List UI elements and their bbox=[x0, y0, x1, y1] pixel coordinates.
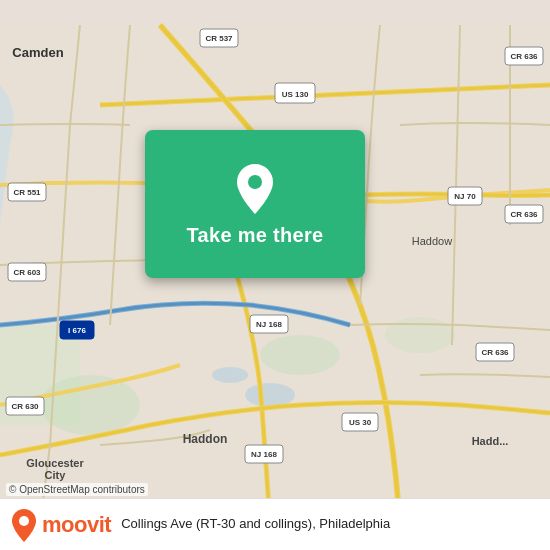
svg-point-43 bbox=[248, 175, 262, 189]
svg-point-5 bbox=[245, 383, 295, 407]
svg-point-44 bbox=[19, 516, 29, 526]
svg-text:US 30: US 30 bbox=[349, 418, 372, 427]
location-description: Collings Ave (RT-30 and collings), Phila… bbox=[121, 516, 390, 533]
svg-point-2 bbox=[40, 375, 140, 435]
svg-point-3 bbox=[260, 335, 340, 375]
location-pin-icon bbox=[231, 162, 279, 216]
moovit-logo: moovit bbox=[10, 508, 111, 542]
svg-text:CR 537: CR 537 bbox=[205, 34, 233, 43]
svg-text:Hadd...: Hadd... bbox=[472, 435, 509, 447]
svg-text:Camden: Camden bbox=[12, 45, 63, 60]
map-container: CR 537 CR 551 CR 607 US 130 US 130 NJ 70… bbox=[0, 0, 550, 550]
svg-point-6 bbox=[212, 367, 248, 383]
svg-text:NJ 168: NJ 168 bbox=[256, 320, 282, 329]
svg-text:CR 603: CR 603 bbox=[13, 268, 41, 277]
svg-text:Haddon: Haddon bbox=[183, 432, 228, 446]
svg-text:Gloucester: Gloucester bbox=[26, 457, 84, 469]
svg-text:CR 551: CR 551 bbox=[13, 188, 41, 197]
svg-point-4 bbox=[385, 317, 455, 353]
svg-text:CR 636: CR 636 bbox=[481, 348, 509, 357]
osm-attribution: © OpenStreetMap contributors bbox=[6, 483, 148, 496]
svg-text:City: City bbox=[45, 469, 67, 481]
svg-text:CR 636: CR 636 bbox=[510, 210, 538, 219]
svg-text:NJ 70: NJ 70 bbox=[454, 192, 476, 201]
take-me-label: Take me there bbox=[187, 224, 324, 247]
svg-text:CR 630: CR 630 bbox=[11, 402, 39, 411]
bottom-bar: moovit Collings Ave (RT-30 and collings)… bbox=[0, 498, 550, 550]
moovit-brand-text: moovit bbox=[42, 512, 111, 538]
take-me-there-button[interactable]: Take me there bbox=[145, 130, 365, 278]
moovit-pin-icon bbox=[10, 508, 38, 542]
svg-text:I 676: I 676 bbox=[68, 326, 86, 335]
svg-text:NJ 168: NJ 168 bbox=[251, 450, 277, 459]
svg-text:US 130: US 130 bbox=[282, 90, 309, 99]
svg-text:CR 636: CR 636 bbox=[510, 52, 538, 61]
svg-text:Haddow: Haddow bbox=[412, 235, 452, 247]
